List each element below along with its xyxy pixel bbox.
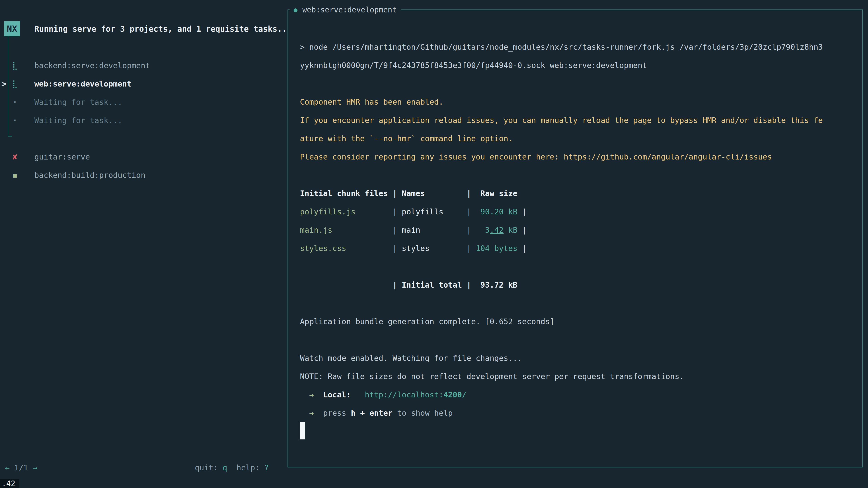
task-row[interactable]: ·Waiting for task... bbox=[0, 111, 285, 129]
terminal-line: | Initial total | 93.72 kB bbox=[300, 276, 849, 294]
terminal-line: ature with the `--no-hmr` command line o… bbox=[300, 129, 849, 148]
arrow-icon: → bbox=[309, 390, 314, 399]
terminal-text: press bbox=[323, 409, 351, 418]
task-row[interactable]: ⣇backend:serve:development bbox=[0, 56, 285, 74]
terminal-text: enter bbox=[369, 409, 393, 418]
terminal-text: > node /Users/mhartington/Github/guitars… bbox=[300, 42, 823, 52]
terminal-text: Application bundle generation complete. … bbox=[300, 317, 555, 326]
terminal-line: Initial chunk files | Names | Raw size bbox=[300, 184, 849, 203]
spinner-icon: ⣇ bbox=[9, 56, 21, 74]
run-summary-title: Running serve for 3 projects, and 1 requ… bbox=[34, 20, 287, 38]
help-key: ? bbox=[264, 463, 269, 472]
dot-icon: · bbox=[9, 93, 21, 111]
terminal-text: main.js bbox=[300, 225, 332, 234]
task-row[interactable]: ▪backend:build:production bbox=[0, 166, 285, 184]
terminal-text: + bbox=[360, 409, 365, 418]
task-row[interactable]: ⣇web:serve:development bbox=[0, 74, 285, 93]
keyboard-hints: quit: q help: ? bbox=[195, 458, 269, 477]
terminal-text: If you encounter application reload issu… bbox=[300, 116, 823, 125]
task-label: guitar:serve bbox=[34, 148, 90, 166]
terminal-line: > node /Users/mhartington/Github/guitars… bbox=[300, 38, 849, 56]
terminal-text: .42 bbox=[490, 225, 503, 234]
terminal-text: | Initial total | 93.72 kB bbox=[300, 281, 518, 289]
terminal-line: Please consider reporting any issues you… bbox=[300, 148, 849, 166]
terminal-text bbox=[300, 409, 309, 418]
terminal-text: | bbox=[420, 225, 471, 234]
terminal-text: | bbox=[355, 207, 402, 216]
page-current: 1/1 bbox=[14, 463, 28, 472]
page-indicator: ← 1/1 → bbox=[5, 458, 37, 477]
terminal-text: 3 bbox=[471, 225, 490, 234]
terminal-pane-title-text: web:serve:development bbox=[303, 5, 397, 14]
help-hint-label: help: bbox=[237, 463, 259, 472]
terminal-line: yyknnbtgh0000gn/T/9f4c243785f8453e3f00/f… bbox=[300, 56, 849, 74]
terminal-pane: ● web:serve:development > node /Users/mh… bbox=[287, 9, 863, 467]
terminal-text: ature with the `--no-hmr` command line o… bbox=[300, 134, 513, 143]
terminal-line: → press h + enter to show help bbox=[300, 404, 849, 422]
spinner-icon: ⣇ bbox=[9, 74, 21, 93]
task-group-bracket-corner bbox=[8, 136, 12, 136]
terminal-text: 90.20 kB bbox=[471, 207, 518, 216]
terminal-text: polyfills.js bbox=[300, 207, 355, 216]
terminal-text: kB bbox=[504, 225, 518, 234]
terminal-text: h bbox=[351, 409, 355, 418]
terminal-line: NOTE: Raw file sizes do not reflect deve… bbox=[300, 367, 849, 386]
next-page-arrow-icon[interactable]: → bbox=[33, 463, 37, 472]
task-label: web:serve:development bbox=[34, 74, 131, 93]
local-url-port[interactable]: 4200 bbox=[443, 390, 462, 399]
terminal-line bbox=[300, 166, 849, 184]
terminal-line: main.js | main | 3.42 kB | bbox=[300, 221, 849, 239]
terminal-text: Local: bbox=[323, 390, 351, 399]
terminal-text bbox=[365, 409, 369, 418]
terminal-text bbox=[355, 409, 360, 418]
terminal-text: | bbox=[518, 225, 527, 234]
terminal-line: Component HMR has been enabled. bbox=[300, 93, 849, 111]
terminal-text: to show help bbox=[393, 409, 453, 418]
terminal-line: If you encounter application reload issu… bbox=[300, 111, 849, 129]
dot-icon: · bbox=[9, 111, 21, 129]
task-label: Waiting for task... bbox=[34, 111, 122, 129]
page-count bbox=[9, 463, 14, 472]
terminal-line: → Local: http://localhost:4200/ bbox=[300, 386, 849, 404]
success-icon: ▪ bbox=[9, 166, 21, 184]
prev-page-arrow-icon[interactable]: ← bbox=[5, 463, 9, 472]
terminal-text: | bbox=[518, 207, 527, 216]
terminal-text: | bbox=[430, 244, 471, 253]
task-row[interactable]: ✘guitar:serve bbox=[0, 148, 285, 166]
task-label: backend:serve:development bbox=[34, 56, 150, 74]
local-url-slash[interactable]: / bbox=[462, 390, 467, 399]
task-row[interactable]: ·Waiting for task... bbox=[0, 93, 285, 111]
terminal-text bbox=[314, 409, 323, 418]
terminal-output: > node /Users/mhartington/Github/guitars… bbox=[300, 38, 849, 441]
terminal-pane-title: ● web:serve:development bbox=[289, 4, 401, 15]
terminal-text: | bbox=[332, 225, 402, 234]
terminal-line bbox=[300, 258, 849, 276]
stray-overlay-fragment: .42 bbox=[0, 479, 20, 488]
terminal-text bbox=[351, 390, 365, 399]
terminal-line bbox=[300, 422, 849, 441]
error-icon: ✘ bbox=[9, 148, 21, 166]
quit-key: q bbox=[223, 463, 227, 472]
terminal-text: polyfills bbox=[402, 207, 443, 216]
arrow-icon: → bbox=[309, 409, 314, 418]
terminal-text: styles bbox=[402, 244, 430, 253]
terminal-text bbox=[314, 390, 323, 399]
nx-logo: NX bbox=[4, 21, 20, 36]
task-label: backend:build:production bbox=[34, 166, 145, 184]
nx-terminal-ui: { "sidebar": { "logo": "NX", "title": "R… bbox=[0, 0, 868, 488]
terminal-text: Please consider reporting any issues you… bbox=[300, 152, 772, 161]
terminal-text: main bbox=[402, 225, 420, 234]
terminal-line: Application bundle generation complete. … bbox=[300, 313, 849, 331]
terminal-text: | bbox=[346, 244, 402, 253]
terminal-text: Initial chunk files | Names | Raw size bbox=[300, 189, 518, 198]
terminal-text bbox=[300, 390, 309, 399]
terminal-line bbox=[300, 294, 849, 313]
terminal-text: | bbox=[443, 207, 471, 216]
task-label: Waiting for task... bbox=[34, 93, 122, 111]
terminal-text: NOTE: Raw file sizes do not reflect deve… bbox=[300, 372, 684, 381]
terminal-text: Watch mode enabled. Watching for file ch… bbox=[300, 354, 522, 363]
local-url[interactable]: http://localhost: bbox=[365, 390, 443, 399]
terminal-text: styles.css bbox=[300, 244, 346, 253]
terminal-line: polyfills.js | polyfills | 90.20 kB | bbox=[300, 203, 849, 221]
terminal-line bbox=[300, 331, 849, 349]
